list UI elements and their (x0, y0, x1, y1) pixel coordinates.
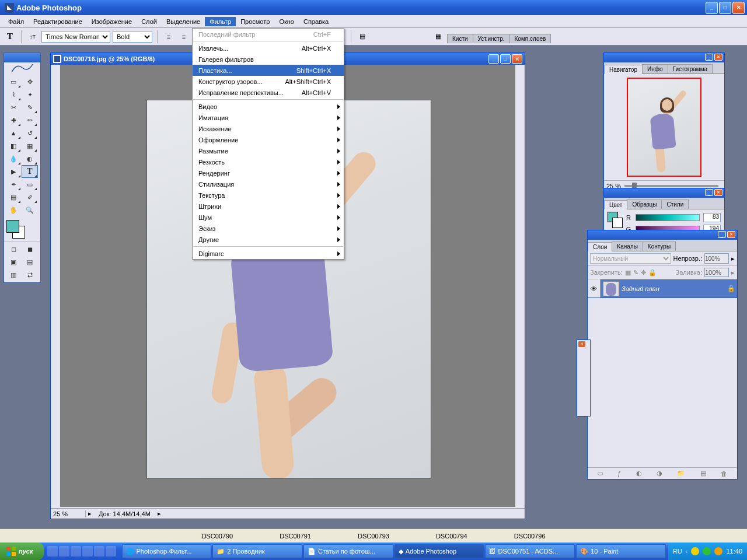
blend-mode-combo[interactable]: Нормальный (590, 253, 671, 264)
font-family-combo[interactable]: Times New Roman (41, 31, 110, 43)
channels-tab[interactable]: Каналы (612, 242, 643, 251)
file-tab[interactable]: DSC00793 (358, 533, 389, 540)
preset-tab-toolpresets[interactable]: Уст.инстр. (473, 34, 510, 43)
brush-tool[interactable]: ✏ (22, 114, 38, 127)
filter-menu-item[interactable]: Галерея фильтров (193, 54, 344, 65)
delete-layer-icon[interactable]: 🗑 (721, 470, 727, 477)
taskbar-task[interactable]: 🖼 DSC00751 - ACDS... (485, 544, 575, 558)
menu-edit[interactable]: Редактирование (29, 17, 87, 26)
layer-row[interactable]: 👁 Задний план 🔒 (588, 279, 737, 298)
pen-tool[interactable]: ✒ (5, 178, 22, 191)
filter-menu-item[interactable]: Эскиз (193, 223, 344, 234)
screenmode-standard-icon[interactable]: ▣ (5, 256, 22, 268)
magic-wand-tool[interactable]: ✦ (22, 88, 38, 101)
file-tab[interactable]: DSC00790 (201, 533, 233, 540)
navigator-zoom-slider[interactable] (624, 185, 718, 187)
filter-menu-item[interactable]: Видео (193, 101, 344, 112)
menu-select[interactable]: Выделение (162, 17, 205, 26)
menu-image[interactable]: Изображение (87, 17, 137, 26)
notes-tool[interactable]: ▤ (5, 191, 22, 204)
clone-stamp-tool[interactable]: ▲ (5, 127, 22, 139)
layer-group-icon[interactable]: 📁 (677, 470, 685, 477)
color-swatches[interactable] (4, 218, 40, 241)
tray-icon[interactable] (703, 547, 711, 555)
move-tool[interactable]: ✥ (22, 75, 38, 88)
filter-menu-item[interactable]: Digimarc (193, 248, 344, 259)
ql-icon[interactable] (59, 546, 69, 556)
blur-tool[interactable]: 💧 (5, 152, 22, 165)
filter-menu-item[interactable]: Другие (193, 234, 344, 245)
menu-help[interactable]: Справка (299, 17, 333, 26)
window-maximize-button[interactable]: □ (719, 2, 731, 14)
fill-field[interactable] (704, 268, 729, 277)
menu-view[interactable]: Просмотр (236, 17, 274, 26)
preset-tab-layercomps[interactable]: Комп.слоев (509, 34, 551, 43)
zoom-tool[interactable]: 🔍 (22, 204, 38, 216)
lock-position-icon[interactable]: ✥ (641, 269, 646, 276)
text-align-left-icon[interactable]: ≡ (162, 30, 175, 43)
mini-docked-palette[interactable]: ✕ (577, 340, 591, 416)
file-tab[interactable]: DSC00791 (280, 533, 311, 540)
type-tool[interactable]: T (22, 165, 38, 178)
r-value[interactable]: 83 (703, 213, 721, 222)
language-indicator[interactable]: RU (673, 548, 682, 555)
foreground-color-swatch[interactable] (6, 220, 19, 233)
file-tab[interactable]: DSC00794 (436, 533, 467, 540)
slice-tool[interactable]: ✎ (22, 101, 38, 114)
lock-pixels-icon[interactable]: ✎ (633, 269, 638, 276)
filter-menu-item[interactable]: Резкость (193, 156, 344, 167)
layer-thumbnail[interactable] (603, 281, 619, 296)
taskbar-task[interactable]: 📄 Статьи по фотош... (303, 544, 393, 558)
eyedropper-tool[interactable]: ✐ (22, 191, 38, 204)
filter-menu-item[interactable]: Размытие (193, 145, 344, 156)
color-bg-swatch[interactable] (612, 218, 623, 228)
document-minimize-button[interactable]: _ (488, 54, 499, 64)
font-weight-combo[interactable]: Bold (113, 31, 152, 43)
tray-icon[interactable] (714, 547, 722, 555)
ql-icon[interactable] (82, 546, 93, 556)
opacity-field[interactable] (704, 253, 729, 264)
crop-tool[interactable]: ✂ (5, 101, 22, 114)
ql-icon[interactable] (94, 546, 104, 556)
text-orientation-icon[interactable]: ↕T (26, 30, 39, 43)
marquee-tool[interactable]: ▭ (5, 75, 22, 88)
shape-tool[interactable]: ▭ (22, 178, 38, 191)
document-close-button[interactable]: ✕ (512, 54, 522, 64)
styles-tab[interactable]: Стили (661, 200, 689, 209)
palette-minimize-button[interactable]: _ (705, 54, 713, 61)
filter-menu-item[interactable]: Рендеринг (193, 167, 344, 178)
gradient-tool[interactable]: ▦ (22, 139, 38, 152)
ql-icon[interactable] (106, 546, 116, 556)
filter-menu-item[interactable]: Исправление перспективы...Alt+Ctrl+V (193, 87, 344, 98)
hand-tool[interactable]: ✋ (5, 204, 22, 216)
palette-close-button[interactable]: ✕ (714, 189, 722, 196)
filter-menu-item[interactable]: Имитация (193, 112, 344, 123)
eraser-tool[interactable]: ◧ (5, 139, 22, 152)
adjustment-layer-icon[interactable]: ◑ (657, 470, 662, 477)
screenmode-full-menubar-icon[interactable]: ▤ (22, 256, 38, 268)
new-layer-icon[interactable]: ▤ (700, 470, 706, 477)
navigator-tab[interactable]: Навигатор (604, 65, 643, 74)
ql-icon[interactable] (47, 546, 58, 556)
histogram-tab[interactable]: Гистограмма (668, 64, 713, 74)
palette-minimize-button[interactable]: _ (718, 231, 726, 238)
palette-close-button[interactable]: ✕ (727, 231, 735, 238)
palette-minimize-button[interactable]: _ (705, 189, 713, 196)
document-maximize-button[interactable]: □ (500, 54, 511, 64)
history-brush-tool[interactable]: ↺ (22, 127, 38, 139)
healing-brush-tool[interactable]: ✚ (5, 114, 22, 127)
preset-tab-brushes[interactable]: Кисти (447, 34, 473, 43)
swatches-tab[interactable]: Образцы (627, 200, 662, 209)
layer-name[interactable]: Задний план (622, 285, 725, 292)
workspace-icon[interactable]: ▦ (432, 30, 445, 43)
link-layers-icon[interactable]: ⬭ (598, 470, 603, 477)
quickmask-on-icon[interactable]: ◼ (22, 243, 38, 256)
filter-menu-item[interactable]: Стилизация (193, 178, 344, 190)
tray-icon[interactable] (691, 547, 699, 555)
text-align-center-icon[interactable]: ≡ (177, 30, 190, 43)
taskbar-task[interactable]: 📁 2 Проводник (212, 544, 302, 558)
menu-window[interactable]: Окно (274, 17, 299, 26)
r-slider[interactable] (636, 214, 700, 221)
color-tab[interactable]: Цвет (604, 200, 627, 209)
paragraph-panel-icon[interactable]: ▤ (356, 30, 369, 43)
